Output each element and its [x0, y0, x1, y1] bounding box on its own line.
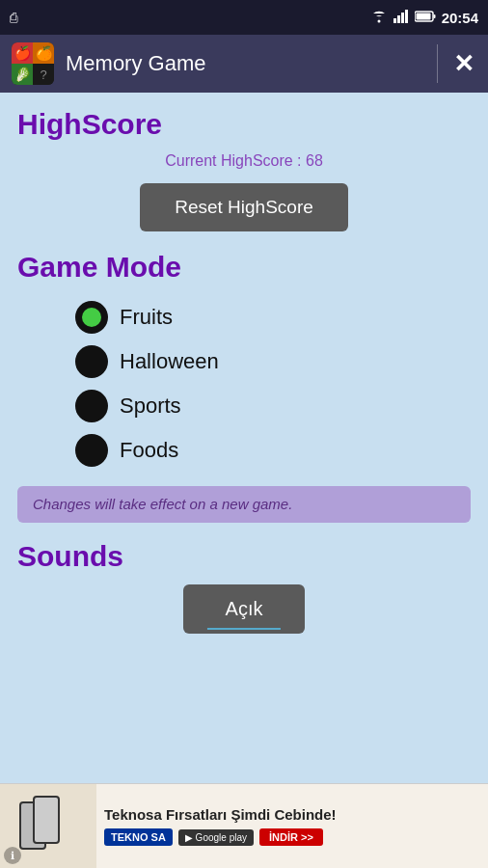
status-bar-right: 20:54 — [370, 10, 478, 26]
radio-label-fruits: Fruits — [120, 305, 173, 330]
reset-button-wrapper: Reset HighScore — [17, 183, 471, 231]
radio-item-halloween[interactable]: Halloween — [75, 339, 471, 384]
svg-rect-3 — [401, 13, 404, 23]
indir-button[interactable]: İNDİR >> — [259, 828, 323, 846]
app-icon-cell-4: ? — [33, 64, 54, 85]
title-divider — [437, 44, 438, 83]
status-bar: ⎙ 20:54 — [0, 0, 488, 35]
gamemode-section: Game Mode Fruits Halloween Sports Foods … — [17, 251, 471, 523]
gamemode-title: Game Mode — [17, 251, 471, 284]
battery-icon — [415, 11, 436, 25]
radio-circle-fruits — [75, 301, 108, 334]
radio-circle-sports — [75, 390, 108, 422]
sounds-button-wrapper: Açık — [17, 584, 471, 634]
main-content: HighScore Current HighScore : 68 Reset H… — [0, 93, 488, 649]
info-text: Changes will take effect on a new game. — [33, 496, 292, 512]
ad-logos: TEKNO SA ▶ Google play İNDİR >> — [104, 828, 480, 846]
sounds-toggle-button[interactable]: Açık — [183, 584, 306, 634]
svg-rect-4 — [405, 10, 408, 23]
teknosa-logo[interactable]: TEKNO SA — [104, 828, 173, 846]
app-icon-cell-1: 🍎 — [12, 42, 33, 64]
svg-rect-1 — [393, 18, 396, 23]
sounds-title: Sounds — [17, 540, 471, 573]
close-button[interactable]: ✕ — [453, 51, 474, 76]
reset-highscore-button[interactable]: Reset HighScore — [140, 183, 348, 231]
usb-icon: ⎙ — [10, 10, 17, 25]
sounds-section: Sounds Açık — [17, 540, 471, 634]
title-bar: 🍎 🍊 🥬 ? Memory Game ✕ — [0, 35, 488, 93]
svg-rect-2 — [397, 15, 400, 23]
radio-label-sports: Sports — [120, 393, 181, 419]
app-icon-cell-3: 🥬 — [12, 64, 33, 85]
radio-label-foods: Foods — [120, 438, 178, 463]
svg-rect-7 — [416, 13, 430, 19]
svg-point-0 — [377, 19, 380, 22]
info-box: Changes will take effect on a new game. — [17, 486, 471, 523]
ad-phone-front — [33, 796, 60, 844]
app-title: Memory Game — [66, 51, 205, 76]
ad-banner[interactable]: Teknosa Fırsatları Şimdi Cebinde! TEKNO … — [0, 783, 488, 868]
clock: 20:54 — [442, 10, 478, 26]
svg-rect-6 — [433, 14, 435, 18]
wifi-icon — [370, 10, 388, 26]
highscore-section: HighScore Current HighScore : 68 Reset H… — [17, 108, 471, 231]
radio-list: Fruits Halloween Sports Foods — [17, 295, 471, 473]
status-bar-left: ⎙ — [10, 10, 17, 25]
signal-icon — [393, 10, 409, 26]
radio-item-fruits[interactable]: Fruits — [75, 295, 471, 339]
radio-item-foods[interactable]: Foods — [75, 428, 471, 473]
radio-circle-halloween — [75, 345, 108, 378]
radio-label-halloween: Halloween — [120, 349, 219, 374]
radio-circle-foods — [75, 434, 108, 467]
highscore-title: HighScore — [17, 108, 471, 141]
app-icon-cell-2: 🍊 — [33, 42, 54, 64]
current-score-label: Current HighScore : 68 — [17, 152, 471, 170]
ad-info-icon: ℹ — [4, 847, 21, 864]
ad-content: Teknosa Fırsatları Şimdi Cebinde! TEKNO … — [96, 800, 488, 852]
radio-item-sports[interactable]: Sports — [75, 384, 471, 428]
google-play-logo[interactable]: ▶ Google play — [178, 829, 254, 846]
app-icon: 🍎 🍊 🥬 ? — [12, 42, 54, 85]
ad-title: Teknosa Fırsatları Şimdi Cebinde! — [104, 806, 480, 823]
